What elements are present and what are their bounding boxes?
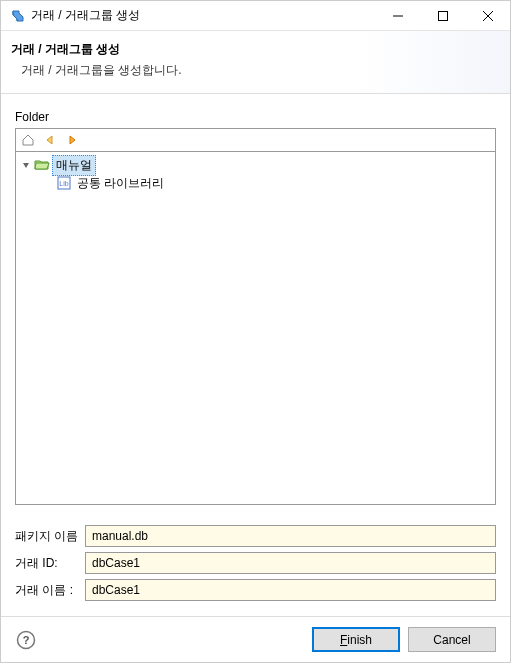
form: 패키지 이름 거래 ID: 거래 이름 : <box>15 525 496 606</box>
folder-label: Folder <box>15 110 496 124</box>
form-row-txid: 거래 ID: <box>15 552 496 574</box>
tree-item-root[interactable]: 매뉴얼 <box>18 156 493 174</box>
folder-tree[interactable]: 매뉴얼 Lib 공통 라이브러리 <box>15 151 496 505</box>
finish-button[interactable]: Finish <box>312 627 400 652</box>
txname-label: 거래 이름 : <box>15 582 85 599</box>
cancel-label: Cancel <box>433 633 470 647</box>
cancel-button[interactable]: Cancel <box>408 627 496 652</box>
tree-item-child[interactable]: Lib 공통 라이브러리 <box>18 174 493 192</box>
txid-label: 거래 ID: <box>15 555 85 572</box>
app-icon <box>9 8 25 24</box>
home-icon[interactable] <box>20 132 36 148</box>
dialog-body: Folder <box>1 94 510 616</box>
package-label: 패키지 이름 <box>15 528 85 545</box>
txid-input[interactable] <box>85 552 496 574</box>
library-icon: Lib <box>56 175 72 191</box>
forward-icon[interactable] <box>64 132 80 148</box>
title-text: 거래 / 거래그룹 생성 <box>31 7 375 24</box>
dialog-header: 거래 / 거래그룹 생성 거래 / 거래그룹을 생성합니다. <box>1 31 510 94</box>
form-row-txname: 거래 이름 : <box>15 579 496 601</box>
txname-input[interactable] <box>85 579 496 601</box>
header-description: 거래 / 거래그룹을 생성합니다. <box>21 62 496 79</box>
package-input[interactable] <box>85 525 496 547</box>
title-bar: 거래 / 거래그룹 생성 <box>1 1 510 31</box>
folder-toolbar <box>15 128 496 151</box>
minimize-button[interactable] <box>375 1 420 31</box>
tree-label-root[interactable]: 매뉴얼 <box>52 155 96 176</box>
maximize-button[interactable] <box>420 1 465 31</box>
expand-toggle[interactable] <box>20 159 32 171</box>
help-button[interactable]: ? <box>15 629 37 651</box>
form-row-package: 패키지 이름 <box>15 525 496 547</box>
finish-label: Finish <box>340 633 372 647</box>
header-title: 거래 / 거래그룹 생성 <box>11 41 496 58</box>
folder-open-icon <box>34 157 50 173</box>
back-icon[interactable] <box>42 132 58 148</box>
svg-text:?: ? <box>23 634 30 646</box>
close-button[interactable] <box>465 1 510 31</box>
svg-text:Lib: Lib <box>59 180 68 187</box>
svg-rect-1 <box>438 11 447 20</box>
dialog-footer: ? Finish Cancel <box>1 616 510 662</box>
tree-label-child[interactable]: 공통 라이브러리 <box>74 174 167 193</box>
